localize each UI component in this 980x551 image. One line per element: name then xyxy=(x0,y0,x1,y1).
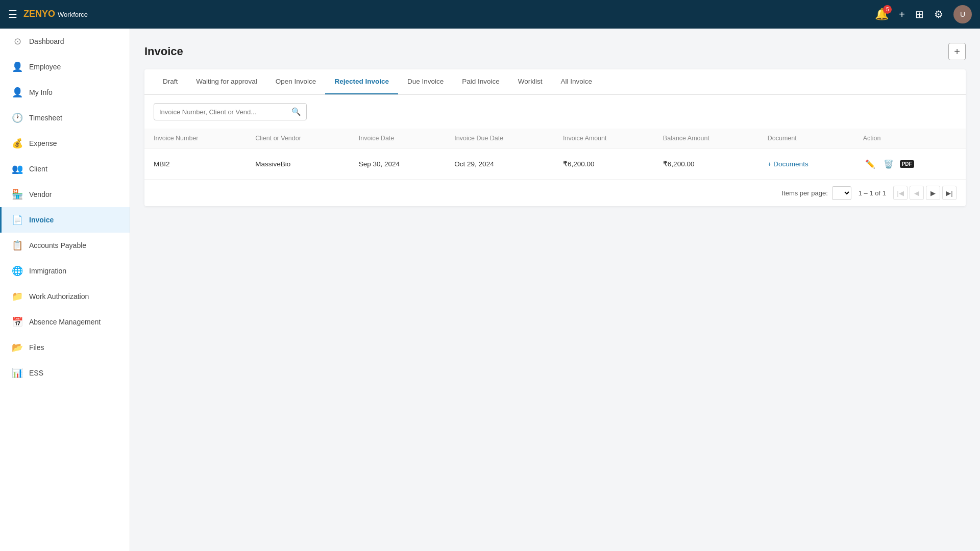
table-head: Invoice NumberClient or VendorInvoice Da… xyxy=(144,129,966,148)
sidebar: ⊙ Dashboard 👤 Employee 👤 My Info 🕐 Times… xyxy=(0,29,130,551)
sidebar-icon-work-authorization: 📁 xyxy=(12,291,23,302)
sidebar-item-ess[interactable]: 📊 ESS xyxy=(0,360,130,386)
settings-icon[interactable]: ⚙ xyxy=(934,8,943,20)
sidebar-label-dashboard: Dashboard xyxy=(29,37,64,45)
notification-badge: 5 xyxy=(883,5,892,14)
main-layout: ⊙ Dashboard 👤 Employee 👤 My Info 🕐 Times… xyxy=(0,29,980,551)
page-info: 1 – 1 of 1 xyxy=(859,189,886,197)
hamburger-menu[interactable]: ☰ xyxy=(8,8,17,20)
app-name: ZENYO Workforce xyxy=(23,9,88,19)
prev-page-button[interactable]: ◀ xyxy=(910,186,924,200)
avatar[interactable]: U xyxy=(953,5,972,23)
sidebar-label-accounts-payable: Accounts Payable xyxy=(29,241,86,249)
first-page-button[interactable]: |◀ xyxy=(893,186,908,200)
add-icon[interactable]: + xyxy=(899,9,905,20)
tab-draft[interactable]: Draft xyxy=(154,69,187,94)
sidebar-icon-invoice: 📄 xyxy=(12,214,23,226)
col-document: Document xyxy=(758,129,854,148)
action-icons: ✏️ 🗑️ PDF xyxy=(863,157,957,171)
sidebar-label-absence-management: Absence Management xyxy=(29,318,101,326)
invoice-date-cell: Sep 30, 2024 xyxy=(350,148,446,180)
sidebar-item-absence-management[interactable]: 📅 Absence Management xyxy=(0,309,130,335)
notification-bell[interactable]: 🔔 5 xyxy=(875,8,889,21)
sidebar-icon-accounts-payable: 📋 xyxy=(12,240,23,251)
sidebar-icon-ess: 📊 xyxy=(12,367,23,379)
tab-worklist[interactable]: Worklist xyxy=(509,69,552,94)
col-invoice-date: Invoice Date xyxy=(350,129,446,148)
page-navigation: |◀ ◀ ▶ ▶| xyxy=(893,186,957,200)
sidebar-icon-timesheet: 🕐 xyxy=(12,112,23,123)
sidebar-item-invoice[interactable]: 📄 Invoice xyxy=(0,207,130,233)
sidebar-icon-files: 📂 xyxy=(12,342,23,353)
items-per-page-select[interactable] xyxy=(832,186,851,200)
sidebar-label-client: Client xyxy=(29,165,47,173)
tab-waiting[interactable]: Waiting for approval xyxy=(187,69,266,94)
col-balance-amount: Balance Amount xyxy=(654,129,758,148)
tab-rejected[interactable]: Rejected Invoice xyxy=(325,69,398,94)
sidebar-item-expense[interactable]: 💰 Expense xyxy=(0,131,130,156)
next-page-button[interactable]: ▶ xyxy=(926,186,940,200)
sidebar-item-work-authorization[interactable]: 📁 Work Authorization xyxy=(0,284,130,309)
sidebar-label-ess: ESS xyxy=(29,369,43,377)
sidebar-icon-employee: 👤 xyxy=(12,61,23,72)
sidebar-label-vendor: Vendor xyxy=(29,190,52,198)
tab-due[interactable]: Due Invoice xyxy=(398,69,453,94)
avatar-initials: U xyxy=(960,10,965,18)
sidebar-item-accounts-payable[interactable]: 📋 Accounts Payable xyxy=(0,233,130,258)
items-per-page-label: Items per page: xyxy=(781,189,827,197)
grid-icon[interactable]: ⊞ xyxy=(915,8,924,20)
invoice-card: DraftWaiting for approvalOpen InvoiceRej… xyxy=(144,69,966,206)
documents-link[interactable]: + Documents xyxy=(768,160,808,168)
sidebar-icon-vendor: 🏪 xyxy=(12,189,23,200)
col-client-or-vendor: Client or Vendor xyxy=(246,129,350,148)
sidebar-item-immigration[interactable]: 🌐 Immigration xyxy=(0,258,130,284)
tabs-bar: DraftWaiting for approvalOpen InvoiceRej… xyxy=(144,69,966,95)
delete-icon[interactable]: 🗑️ xyxy=(881,157,896,171)
balance-amount-cell: ₹6,200.00 xyxy=(654,148,758,180)
topnav: ☰ ZENYO Workforce 🔔 5 + ⊞ ⚙ U xyxy=(0,0,980,29)
col-invoice-amount: Invoice Amount xyxy=(554,129,654,148)
invoice-number-cell: MBI2 xyxy=(144,148,246,180)
document-cell[interactable]: + Documents xyxy=(758,148,854,180)
sidebar-label-myinfo: My Info xyxy=(29,88,53,96)
tab-paid[interactable]: Paid Invoice xyxy=(453,69,509,94)
add-invoice-button[interactable]: + xyxy=(948,43,966,60)
client-vendor-cell: MassiveBio xyxy=(246,148,350,180)
sidebar-icon-expense: 💰 xyxy=(12,138,23,149)
sidebar-label-employee: Employee xyxy=(29,63,61,71)
table-header-row: Invoice NumberClient or VendorInvoice Da… xyxy=(144,129,966,148)
invoice-table: Invoice NumberClient or VendorInvoice Da… xyxy=(144,129,966,179)
table-body: MBI2MassiveBioSep 30, 2024Oct 29, 2024₹6… xyxy=(144,148,966,180)
sidebar-icon-immigration: 🌐 xyxy=(12,265,23,277)
sidebar-item-files[interactable]: 📂 Files xyxy=(0,335,130,360)
search-row: 🔍 xyxy=(144,95,966,129)
sidebar-item-dashboard[interactable]: ⊙ Dashboard xyxy=(0,29,130,54)
sidebar-item-timesheet[interactable]: 🕐 Timesheet xyxy=(0,105,130,131)
sidebar-label-timesheet: Timesheet xyxy=(29,114,62,122)
sidebar-item-client[interactable]: 👥 Client xyxy=(0,156,130,182)
search-input[interactable] xyxy=(159,108,291,116)
items-per-page: Items per page: xyxy=(781,186,851,200)
pdf-icon[interactable]: PDF xyxy=(900,160,914,168)
sidebar-icon-myinfo: 👤 xyxy=(12,87,23,98)
last-page-button[interactable]: ▶| xyxy=(942,186,957,200)
sidebar-icon-dashboard: ⊙ xyxy=(12,36,23,47)
col-action: Action xyxy=(854,129,966,148)
sidebar-label-invoice: Invoice xyxy=(29,216,54,224)
sidebar-item-vendor[interactable]: 🏪 Vendor xyxy=(0,182,130,207)
content-area: Invoice + DraftWaiting for approvalOpen … xyxy=(130,29,980,551)
sidebar-icon-client: 👥 xyxy=(12,163,23,174)
topnav-left: ☰ ZENYO Workforce xyxy=(8,8,88,20)
pagination-row: Items per page: 1 – 1 of 1 |◀ ◀ ▶ ▶| xyxy=(144,179,966,206)
invoice-amount-cell: ₹6,200.00 xyxy=(554,148,654,180)
search-icon[interactable]: 🔍 xyxy=(291,107,301,116)
sidebar-label-work-authorization: Work Authorization xyxy=(29,292,89,300)
tab-all[interactable]: All Invoice xyxy=(552,69,602,94)
action-cell[interactable]: ✏️ 🗑️ PDF xyxy=(854,148,966,180)
sidebar-icon-absence-management: 📅 xyxy=(12,316,23,328)
sidebar-item-myinfo[interactable]: 👤 My Info xyxy=(0,80,130,105)
tab-open[interactable]: Open Invoice xyxy=(266,69,326,94)
sidebar-label-expense: Expense xyxy=(29,139,57,147)
edit-icon[interactable]: ✏️ xyxy=(863,157,877,171)
sidebar-item-employee[interactable]: 👤 Employee xyxy=(0,54,130,80)
